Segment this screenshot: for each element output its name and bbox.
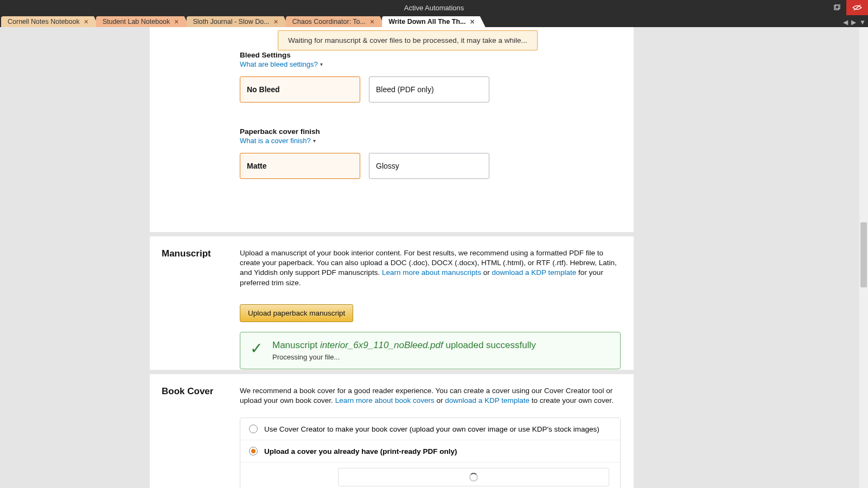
svg-rect-0 (834, 5, 839, 10)
cover-option-list: Use Cover Creator to make your book cove… (240, 418, 621, 488)
tab-label: Cornell Notes Notebook (8, 18, 80, 25)
cover-description: We recommend a book cover for a good rea… (240, 386, 621, 406)
bleed-options: No Bleed Bleed (PDF only) (240, 76, 621, 102)
tab-student-lab[interactable]: Student Lab Notebook × (96, 16, 190, 27)
book-cover-heading: Book Cover (162, 386, 213, 397)
window-restore-icon[interactable] (827, 0, 846, 15)
learn-manuscripts-link[interactable]: Learn more about manuscripts (382, 268, 481, 277)
check-icon: ✓ (250, 341, 263, 356)
tab-sloth[interactable]: Sloth Journal - Slow Do... × (187, 16, 289, 27)
radio-upload-cover[interactable]: Upload a cover you already have (print-r… (240, 440, 620, 463)
close-icon[interactable]: × (84, 17, 88, 26)
learn-covers-link[interactable]: Learn more about book covers (335, 396, 435, 404)
radio-label: Use Cover Creator to make your book cove… (264, 425, 599, 433)
title-bar: Active Automations (0, 0, 868, 15)
tab-label: Student Lab Notebook (103, 18, 170, 25)
upload-success-box: ✓ Manuscript interior_6x9_110_noBleed.pd… (240, 332, 621, 369)
processing-notification: Waiting for manuscript & cover files to … (278, 30, 538, 50)
print-options-panel: Bleed Settings What are bleed settings? … (150, 27, 634, 232)
cover-finish-title: Paperback cover finish (240, 127, 621, 136)
radio-cover-creator[interactable]: Use Cover Creator to make your book cove… (240, 418, 620, 440)
tab-cornell[interactable]: Cornell Notes Notebook × (1, 16, 99, 27)
tab-chaos[interactable]: Chaos Coordinator: To... × (286, 16, 385, 27)
tab-label: Sloth Journal - Slow Do... (193, 18, 270, 25)
option-no-bleed[interactable]: No Bleed (240, 76, 360, 102)
close-icon[interactable]: × (470, 17, 475, 26)
upload-manuscript-button[interactable]: Upload paperback manuscript (240, 304, 353, 322)
upload-success-message: Manuscript interior_6x9_110_noBleed.pdf … (272, 340, 536, 351)
cover-finish-help-link[interactable]: What is a cover finish? (240, 137, 316, 145)
manuscript-panel: Manuscript Upload a manuscript of your b… (150, 236, 634, 370)
option-glossy[interactable]: Glossy (369, 153, 489, 179)
tab-list-icon[interactable]: ▼ (859, 18, 866, 26)
tab-write-down[interactable]: Write Down All The Th... × (382, 16, 486, 27)
book-cover-panel: Book Cover We recommend a book cover for… (150, 374, 634, 488)
option-matte[interactable]: Matte (240, 153, 360, 179)
svg-rect-1 (835, 4, 840, 9)
processing-status: Processing your file... (272, 353, 536, 361)
tab-navigation: ◀ ▶ ▼ (843, 18, 866, 26)
option-bleed-pdf[interactable]: Bleed (PDF only) (369, 76, 489, 102)
scrollbar[interactable] (859, 27, 868, 488)
bleed-help-link[interactable]: What are bleed settings? (240, 60, 323, 68)
scrollbar-thumb[interactable] (860, 222, 867, 287)
close-icon[interactable]: × (370, 17, 374, 26)
cover-upload-area (338, 468, 609, 486)
titlebar-controls (827, 0, 868, 15)
manuscript-heading: Manuscript (162, 248, 211, 259)
window-title: Active Automations (404, 4, 464, 12)
privacy-eye-icon[interactable] (846, 0, 868, 15)
viewport: Waiting for manuscript & cover files to … (0, 27, 868, 488)
manuscript-description: Upload a manuscript of your book interio… (240, 248, 621, 288)
radio-icon (249, 425, 258, 433)
tab-strip: Cornell Notes Notebook × Student Lab Not… (0, 15, 868, 27)
uploaded-filename: interior_6x9_110_noBleed.pdf (320, 340, 443, 350)
close-icon[interactable]: × (274, 17, 278, 26)
bleed-settings-title: Bleed Settings (240, 51, 621, 59)
download-cover-template-link[interactable]: download a KDP template (445, 396, 529, 404)
radio-label: Upload a cover you already have (print-r… (264, 447, 457, 455)
notification-text: Waiting for manuscript & cover files to … (288, 36, 527, 44)
close-icon[interactable]: × (174, 17, 178, 26)
tab-next-icon[interactable]: ▶ (851, 18, 856, 26)
tab-label: Write Down All The Th... (388, 18, 465, 25)
finish-options: Matte Glossy (240, 153, 621, 179)
spinner-icon (469, 473, 478, 481)
radio-icon (249, 447, 258, 455)
tab-label: Chaos Coordinator: To... (292, 18, 366, 25)
download-template-link[interactable]: download a KDP template (492, 268, 577, 277)
tab-prev-icon[interactable]: ◀ (843, 18, 848, 26)
